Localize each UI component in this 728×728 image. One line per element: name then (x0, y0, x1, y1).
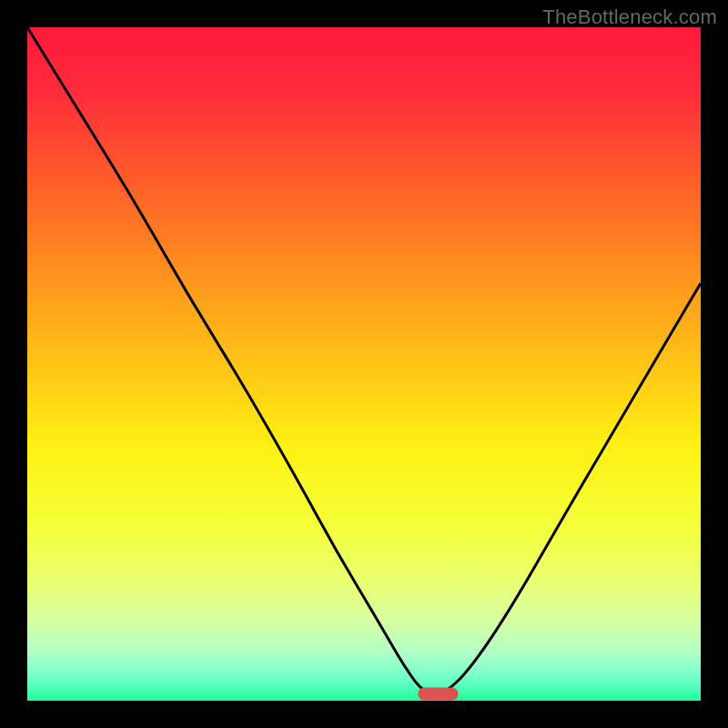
bottleneck-chart (27, 27, 701, 701)
optimal-marker (418, 688, 458, 701)
chart-frame: TheBottleneck.com (0, 0, 728, 728)
watermark-text: TheBottleneck.com (542, 5, 717, 29)
